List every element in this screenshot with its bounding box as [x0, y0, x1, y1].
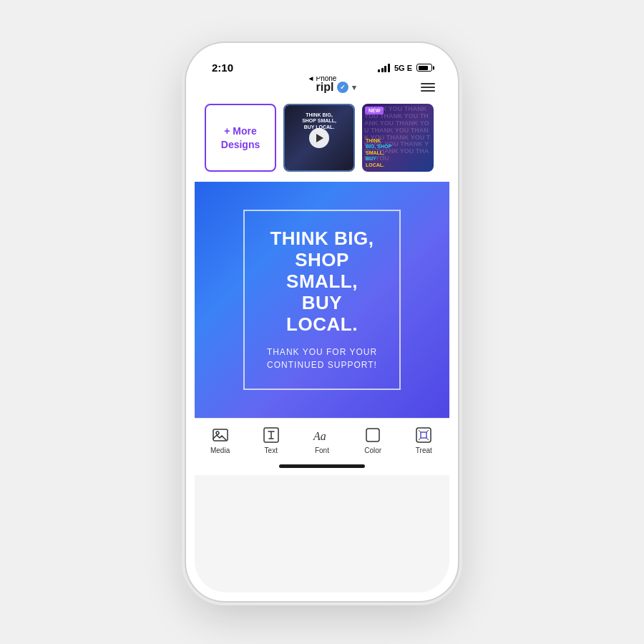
status-icons: 5G E [378, 64, 432, 72]
home-bar [279, 464, 365, 468]
battery-body [416, 64, 432, 72]
font-icon: Aa [313, 426, 331, 444]
signal-bar-3 [384, 66, 386, 72]
media-label: Media [210, 447, 230, 454]
play-button[interactable] [309, 128, 329, 148]
svg-point-1 [216, 431, 219, 434]
tool-media[interactable]: Media [195, 426, 245, 454]
phone-frame: 2:10 5G E [186, 43, 458, 601]
svg-rect-4 [366, 429, 379, 441]
home-indicator-area [195, 460, 449, 475]
text-icon [262, 426, 280, 444]
content-area: THINK BIG, SHOP SMALL, BUY LOCAL. THANK … [195, 182, 449, 592]
app-title: ripl ✓ ▾ [316, 81, 357, 94]
more-designs-label: + MoreDesigns [221, 125, 260, 150]
color-label: Color [364, 447, 381, 454]
treat-label: Treat [416, 447, 432, 454]
signal-bar-1 [378, 69, 380, 72]
verified-badge: ✓ [337, 82, 348, 93]
app-name: ripl [316, 81, 334, 94]
thumb-3-text-overlay: THINK BIG, SHOP SMALL, BUY LOCAL. [366, 138, 430, 168]
design-sub-text: THANK YOU FOR YOUR CONTINUED SUPPORT! [266, 346, 378, 371]
status-time: 2:10 [212, 62, 233, 74]
design-preview: THINK BIG, SHOP SMALL, BUY LOCAL. THANK … [195, 182, 449, 418]
thumbnail-3[interactable]: THANK YOU THANK YOU THANK YOU THANK YOU … [362, 104, 434, 172]
play-icon [316, 134, 323, 142]
screen-content: 2:10 5G E [195, 52, 449, 592]
phone-screen: 2:10 5G E [195, 52, 449, 592]
media-icon [211, 426, 230, 444]
more-designs-button[interactable]: + MoreDesigns [205, 104, 276, 172]
phone-mockup: 2:10 5G E [186, 43, 458, 601]
menu-line-3 [421, 90, 435, 92]
tool-treat[interactable]: Treat [399, 426, 449, 454]
menu-button[interactable] [421, 83, 435, 92]
bottom-toolbar: Media Text [195, 418, 449, 460]
design-main-text: THINK BIG, SHOP SMALL, BUY LOCAL. [266, 228, 378, 335]
dropdown-arrow[interactable]: ▾ [352, 83, 356, 92]
thumbnails-row: + MoreDesigns THINK BIG,SHOP SMALL,BUY L… [195, 101, 449, 182]
tool-font[interactable]: Aa Font [296, 426, 347, 454]
signal-bar-2 [381, 68, 384, 72]
menu-line-1 [421, 83, 435, 84]
tool-color[interactable]: Color [348, 426, 399, 454]
battery-fill [419, 66, 429, 70]
battery-icon [416, 64, 432, 72]
design-border-box: THINK BIG, SHOP SMALL, BUY LOCAL. THANK … [243, 210, 401, 389]
tool-text[interactable]: Text [245, 426, 296, 454]
power-button [458, 179, 462, 230]
network-label: 5G E [394, 64, 412, 72]
treat-icon [414, 426, 433, 444]
text-label: Text [265, 447, 278, 454]
thumbnail-2[interactable]: THINK BIG,SHOP SMALL,BUY LOCAL. [283, 104, 355, 172]
notch [268, 52, 376, 73]
signal-icon [378, 64, 390, 72]
svg-text:Aa: Aa [313, 430, 326, 442]
signal-bar-4 [388, 64, 390, 72]
thumb-2-background: THINK BIG,SHOP SMALL,BUY LOCAL. [285, 105, 353, 170]
menu-line-2 [421, 87, 435, 88]
color-icon [364, 426, 382, 444]
font-label: Font [315, 447, 329, 454]
